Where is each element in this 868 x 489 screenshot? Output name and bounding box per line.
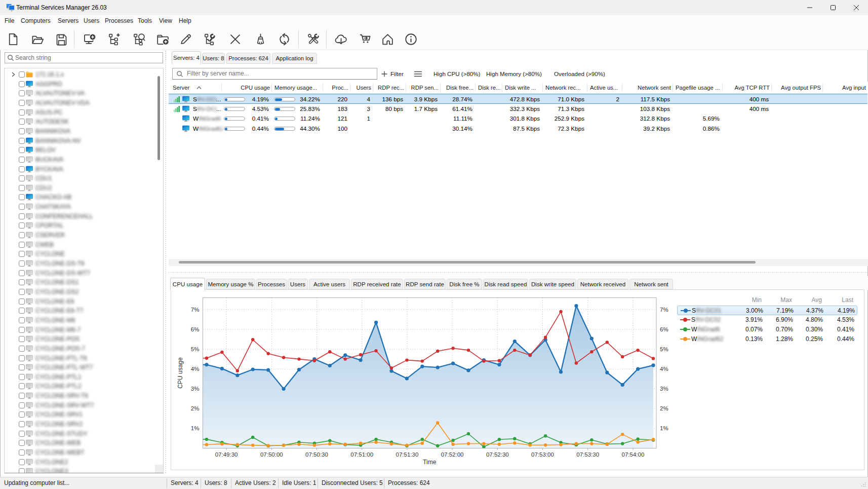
tree-checkbox[interactable] [19,459,25,465]
tree-item-computer-19[interactable]: CYCLONE [5,249,163,259]
menu-tools[interactable]: Tools [138,15,152,27]
column-header-disk-free-[interactable]: Disk free... [443,82,474,94]
tree-item-computer-11[interactable]: CDU1 [5,174,163,183]
save-button[interactable] [53,31,69,47]
tree-checkbox[interactable] [19,175,25,181]
column-header-avg-tcp-rtt[interactable]: Avg TCP RTT [725,82,770,94]
tree-item-computer-41[interactable]: CYCLONE2 [5,458,163,467]
menu-view[interactable]: View [159,15,172,27]
column-header-users[interactable]: Users [353,82,371,94]
tree-item-computer-23[interactable]: CYCLONE-DS2 [5,287,163,297]
tree-checkbox[interactable] [19,90,25,96]
legend-row-0[interactable]: SRV-DC013.00%7.19%4.37%4.19% [677,306,857,315]
tree-item-computer-36[interactable]: CYCLONE-SRV1 [5,410,163,420]
tree-checkbox[interactable] [19,204,25,210]
computer-tree[interactable]: 172.16.1.xAGGPROALVAUTONEV-VAALVAUTONEV-… [4,68,164,473]
chart-tab-disk-free-[interactable]: Disk free % [447,279,482,289]
tree-checkbox[interactable] [19,374,25,380]
tree-item-computer-2[interactable]: ALVAUTONEV-VA [5,89,163,98]
column-separator[interactable] [673,83,673,92]
menu-processes[interactable]: Processes [105,15,133,27]
maximize-button[interactable] [821,0,845,15]
horizontal-splitter[interactable] [169,272,868,273]
tree-item-computer-18[interactable]: CWEB [5,240,163,250]
tree-checkbox[interactable] [19,166,25,172]
tree-item-computer-6[interactable]: BANNIKOVA [5,127,163,136]
menu-hamburger-icon[interactable] [414,70,422,78]
column-header-network-rec-[interactable]: Network rec... [545,82,585,94]
tree-checkbox[interactable] [19,308,25,314]
tree-checkbox[interactable] [19,289,25,295]
tree-checkbox[interactable] [19,270,25,276]
chart-tab-rdp-received-rate[interactable]: RDP received rate [351,279,403,289]
tree-checkbox[interactable] [19,260,25,267]
tree-item-computer-10[interactable]: BYCKAVA [5,165,163,174]
add-computer-button[interactable] [82,31,98,47]
tree-checkbox[interactable] [19,393,25,399]
minimize-button[interactable] [798,0,821,15]
tree-item-computer-17[interactable]: CSERVER [5,231,163,240]
menu-computers[interactable]: Computers [21,15,51,27]
chart-tab-users[interactable]: Users [288,279,308,289]
tree-checkbox[interactable] [19,468,25,473]
chart-tab-processes[interactable]: Processes [256,279,287,289]
tree-checkbox[interactable] [19,279,25,285]
tab-servers-4[interactable]: Servers: 4 [172,51,201,64]
chart-tab-rdp-send-rate[interactable]: RDP send rate [404,279,446,289]
tree-checkbox[interactable] [19,402,25,408]
table-row-3[interactable]: WINGrad620.44%44.30%10030.14%87.5 Kbps72… [169,124,867,134]
tree-checkbox[interactable] [19,100,25,106]
tree-item-computer-12[interactable]: CDU2 [5,183,163,193]
tree-item-computer-4[interactable]: ASUS-PC [5,108,163,118]
tree-checkbox[interactable] [19,421,25,427]
tree-item-computer-27[interactable]: CYCLONE-M6-7 [5,325,163,335]
tree-checkbox[interactable] [19,222,25,229]
close-button[interactable] [845,0,868,15]
column-header-cpu-usage[interactable]: CPU usage [224,82,270,94]
column-separator[interactable] [722,83,723,92]
tree-item-computer-1[interactable]: AGGPRO [5,80,163,89]
tree-item-computer-8[interactable]: BELOV [5,145,163,155]
tree-item-computer-28[interactable]: CYCLONE-POS [5,334,163,344]
column-header-active-us-[interactable]: Active us... [590,82,620,94]
tree-checkbox[interactable] [19,128,25,134]
clear-button[interactable] [252,31,268,47]
tree-checkbox[interactable] [19,147,25,153]
tree-item-computer-29[interactable]: CYCLONE-POS-7 [5,344,163,354]
resize-grip[interactable] [861,482,866,487]
tree-item-computer-22[interactable]: CYCLONE-DS1 [5,278,163,287]
column-separator[interactable] [822,83,823,92]
quick-filter-high-memory[interactable]: High Memory (>80%) [486,68,542,80]
tab-application-log[interactable]: Application log [272,53,317,64]
settings-tools-button[interactable] [305,31,321,47]
table-row-1[interactable]: SRV-DC02...4.53%25.83%183380 bps1.7 Kbps… [169,104,867,114]
quick-filter-overloaded[interactable]: Overloaded (>90%) [554,68,605,80]
add-group-button[interactable] [106,31,122,47]
vertical-splitter[interactable] [166,51,167,474]
home-button[interactable] [379,31,396,47]
column-header-pagefile-usage-[interactable]: Pagefile usage ... [676,82,721,94]
tree-checkbox[interactable] [19,213,25,219]
legend-row-2[interactable]: WINGrad60.07%0.70%0.30%0.41% [677,325,857,334]
tree-item-computer-30[interactable]: CYCLONE-PTL-T6 [5,354,163,363]
buy-button[interactable] [357,31,373,47]
tree-checkbox[interactable] [19,449,25,456]
expand-chevron-icon[interactable] [11,71,16,78]
tree-item-computer-38[interactable]: CYCLONE-STUDY [5,429,163,439]
tree-item-folder-0[interactable]: 172.16.1.x [5,70,163,80]
tree-item-computer-34[interactable]: CYCLONE-SRV-T6 [5,391,163,401]
tree-item-computer-37[interactable]: CYCLONE-SRV2 [5,420,163,429]
column-separator[interactable] [350,83,350,92]
menu-users[interactable]: Users [84,15,99,27]
tree-checkbox[interactable] [19,157,25,163]
column-separator[interactable] [771,83,772,92]
tree-checkbox[interactable] [19,81,25,87]
tree-item-computer-33[interactable]: CYCLONE-PTL2 [5,382,163,391]
about-button[interactable] [403,31,419,47]
tree-item-computer-7[interactable]: BANNIKOVA-NV [5,136,163,146]
column-separator[interactable] [475,83,476,92]
column-separator[interactable] [622,83,622,92]
table-row-2[interactable]: WINGrad60.41%11.24%121111.11%301.8 Kbps2… [169,114,867,124]
legend-row-3[interactable]: WINGrad620.13%1.28%0.25%0.44% [677,334,857,344]
tree-item-computer-39[interactable]: CYCLONE-WEB [5,438,163,448]
